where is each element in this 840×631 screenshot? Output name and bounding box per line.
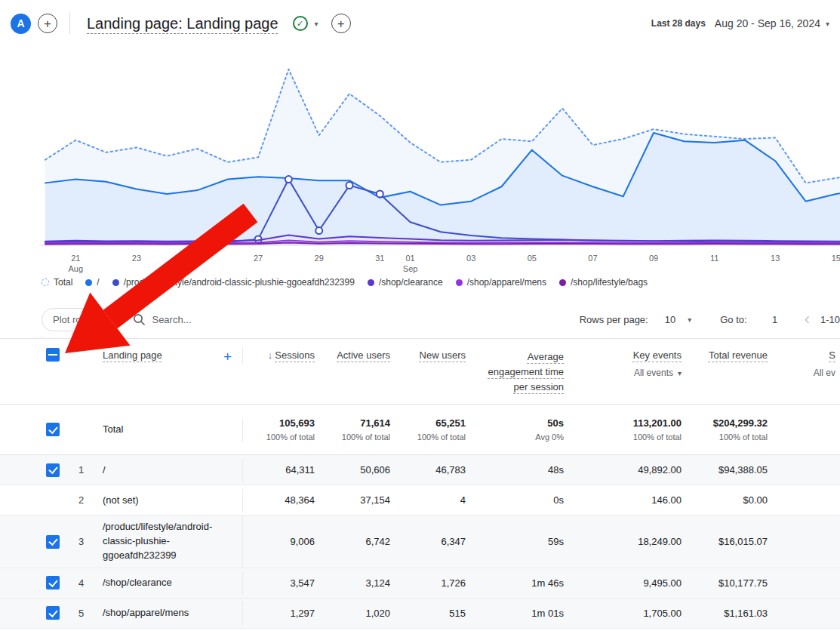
x-tick-label: 27 xyxy=(254,254,263,263)
metric-value: 1,297 xyxy=(243,608,321,619)
add-dimension-icon[interactable]: + xyxy=(223,349,232,364)
session-key-event-filter[interactable]: All ev xyxy=(814,368,835,378)
date-range-text: Aug 20 - Sep 16, 2024 xyxy=(715,17,820,29)
metric-value: 6,742 xyxy=(321,536,396,547)
metric-value: 50s xyxy=(547,417,564,429)
data-point-marker xyxy=(285,176,292,183)
row-number: 5 xyxy=(66,608,98,619)
goto-page-input[interactable]: 1 xyxy=(765,314,785,325)
metric-value: $204,299.32 xyxy=(713,417,768,429)
x-tick-label: 31 xyxy=(375,254,384,263)
legend-label: /product/lifestyle/android-classic-plush… xyxy=(124,277,355,288)
search-input[interactable] xyxy=(152,314,242,325)
prev-page-icon[interactable]: ‹ xyxy=(805,311,810,328)
column-header-sessions[interactable]: ↓Sessions xyxy=(243,346,321,361)
row-check-cell xyxy=(39,535,66,549)
table-toolbar: Plot rows Rows per page: 10 ▾ Go to: 1 ‹… xyxy=(0,306,840,332)
x-tick-label: 23 xyxy=(132,254,141,263)
report-title[interactable]: Landing page: Landing page xyxy=(87,15,278,32)
data-quality-icon[interactable]: ✓ xyxy=(293,16,308,31)
legend-item-root: / xyxy=(85,277,99,288)
metric-subtext: 100% of total xyxy=(719,432,768,442)
total-metric: $204,299.32100% of total xyxy=(688,417,774,442)
column-header-key-events[interactable]: Key events All events ▾ xyxy=(570,346,688,378)
row-check-cell xyxy=(39,423,66,436)
legend-item-shop-clearance: /shop/clearance xyxy=(368,277,443,288)
column-header-landing-page: Landing page + xyxy=(98,346,243,364)
metric-value: 1m 46s xyxy=(472,577,570,589)
metric-value: 37,154 xyxy=(321,494,396,506)
total-metric: 105,693100% of total xyxy=(243,417,321,442)
x-tick-label: 13 xyxy=(771,254,780,263)
row-check-cell xyxy=(39,606,66,620)
landing-page-value: /shop/apparel/mens xyxy=(98,602,243,625)
metric-value: 1m 01s xyxy=(472,608,570,619)
x-tick-label: 03 xyxy=(466,254,475,263)
metric-value: $0.00 xyxy=(688,494,774,506)
legend-color-dot xyxy=(85,279,92,286)
table-body: Total105,693100% of total71,614100% of t… xyxy=(0,405,840,629)
row-checkbox[interactable] xyxy=(46,535,60,549)
metric-value: $1,161.03 xyxy=(688,608,774,619)
app-header: A + Landing page: Landing page ✓ ▾ + Las… xyxy=(0,0,840,47)
total-metric: 65,251100% of total xyxy=(396,417,472,442)
metric-value: 65,251 xyxy=(435,417,466,429)
total-metric: 71,614100% of total xyxy=(321,417,396,442)
x-tick-label: 25 xyxy=(192,254,202,263)
plot-rows-button[interactable]: Plot rows xyxy=(42,308,104,331)
x-tick-label: 01 xyxy=(405,254,414,263)
column-header-session-key-event-rate[interactable]: S All ev xyxy=(774,346,840,378)
x-tick-label: 29 xyxy=(315,254,324,263)
metric-value: 1,020 xyxy=(321,608,396,619)
add-comparison-button[interactable]: + xyxy=(38,14,57,33)
landing-page-header-label[interactable]: Landing page xyxy=(103,349,162,361)
legend-item-product-lifestyle-android-classic-plushie-ggoeafdh232399: /product/lifestyle/android-classic-plush… xyxy=(112,277,355,288)
metric-value: 146.00 xyxy=(570,494,688,506)
metric-value: $94,388.05 xyxy=(688,464,774,476)
rows-per-page-select[interactable]: 10 ▾ xyxy=(665,314,692,325)
metric-value: 515 xyxy=(396,608,472,619)
table-row-2: 2(not set)48,36437,15440s146.00$0.00 xyxy=(0,485,840,516)
add-metric-button[interactable]: + xyxy=(331,14,351,33)
key-events-filter[interactable]: All events ▾ xyxy=(634,368,682,378)
table-row-5: 5/shop/apparel/mens1,2971,0205151m 01s1,… xyxy=(0,599,840,629)
row-checkbox[interactable] xyxy=(46,606,60,620)
metric-value: 59s xyxy=(472,536,570,547)
avatar[interactable]: A xyxy=(11,14,31,34)
table-header-row: Landing page + ↓Sessions Active users Ne… xyxy=(0,338,840,405)
data-quality-caret-icon[interactable]: ▾ xyxy=(315,20,318,28)
x-tick-label: 15 xyxy=(832,254,840,263)
caret-down-icon: ▾ xyxy=(688,316,691,324)
metric-value: 48,364 xyxy=(243,494,321,506)
divider xyxy=(69,13,70,34)
column-header-total-revenue[interactable]: Total revenue xyxy=(688,346,774,361)
x-tick-label: 07 xyxy=(588,254,597,263)
search-icon xyxy=(133,313,146,326)
row-checkbox[interactable] xyxy=(46,576,60,589)
table-row-1: 1/64,31150,60646,78348s49,892.00$94,388.… xyxy=(0,455,840,485)
metric-value: 9,495.00 xyxy=(570,577,688,589)
select-all-checkbox[interactable] xyxy=(46,348,60,362)
row-checkbox[interactable] xyxy=(46,423,60,436)
date-range-selector[interactable]: Aug 20 - Sep 16, 2024 ▾ xyxy=(715,17,829,29)
metric-value: 18,249.00 xyxy=(570,536,688,547)
total-metric: 50sAvg 0% xyxy=(472,417,570,442)
x-tick-label: 11 xyxy=(710,254,718,263)
column-header-avg-engagement[interactable]: Average engagement time per session xyxy=(472,346,570,395)
legend-color-dot xyxy=(559,279,566,286)
metric-value: 50,606 xyxy=(321,464,396,476)
rows-per-page-label: Rows per page: xyxy=(580,314,648,325)
data-point-marker xyxy=(315,227,322,234)
table-row-3: 3/product/lifestyle/android-classic-plus… xyxy=(0,516,840,568)
caret-down-icon: ▾ xyxy=(826,20,829,28)
column-header-active-users[interactable]: Active users xyxy=(321,346,396,361)
column-header-new-users[interactable]: New users xyxy=(396,346,472,361)
date-preset-label: Last 28 days xyxy=(651,18,706,29)
metric-value: $10,177.75 xyxy=(688,577,774,589)
legend-item-total: Total xyxy=(42,277,72,288)
metric-value: 105,693 xyxy=(279,417,315,429)
metric-value: 3,124 xyxy=(321,577,396,589)
sessions-line-chart: 21Aug232527293101Sep03050709111315 xyxy=(0,47,840,273)
total-label: Total xyxy=(98,418,243,442)
row-checkbox[interactable] xyxy=(46,463,60,477)
